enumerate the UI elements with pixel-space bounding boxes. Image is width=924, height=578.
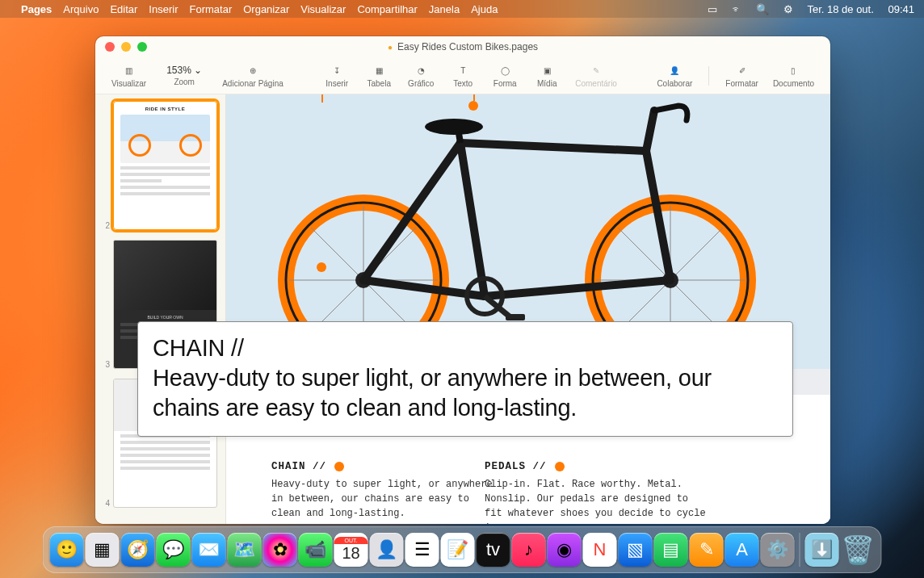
text-button[interactable]: T Texto	[444, 63, 481, 88]
comment-button[interactable]: ✎ Comentário	[570, 63, 622, 88]
page-thumbnails[interactable]: 2 RIDE IN STYLE 3 BUILD YOUR OWN	[95, 94, 226, 524]
dock-news[interactable]: N	[583, 533, 617, 567]
control-center-icon[interactable]: ⚙	[783, 3, 793, 15]
chart-button[interactable]: ◔ Gráfico	[402, 63, 439, 88]
overlay-title: CHAIN //	[153, 335, 244, 361]
table-button[interactable]: ▦ Tabela	[360, 63, 397, 88]
svg-line-26	[460, 143, 646, 151]
media-icon: ▣	[540, 63, 554, 77]
menu-formatar[interactable]: Formatar	[189, 3, 232, 15]
menu-compartilhar[interactable]: Compartilhar	[357, 3, 417, 15]
svg-line-24	[460, 143, 485, 296]
dock-trash[interactable]: 🗑️	[841, 533, 875, 567]
dock-calendar[interactable]: OUT. 18	[334, 533, 368, 567]
document-title: Easy Rides Custom Bikes.pages	[388, 41, 538, 52]
dock-messages[interactable]: 💬	[157, 533, 191, 567]
app-name[interactable]: Pages	[21, 3, 52, 15]
dock-numbers[interactable]: ▤	[654, 533, 688, 567]
chain-section: CHAIN // Heavy-duty to super light, or a…	[271, 461, 498, 521]
window-controls	[105, 42, 147, 52]
menu-inserir[interactable]: Inserir	[149, 3, 178, 15]
svg-point-29	[425, 119, 483, 135]
dock-facetime[interactable]: 📹	[299, 533, 333, 567]
battery-icon[interactable]: ▭	[708, 3, 717, 15]
zoom-button[interactable]	[137, 42, 147, 52]
toolbar: ▥ Visualizar 153% ⌄ Zoom ⊕ Adicionar Pág…	[95, 57, 830, 94]
dock-notes[interactable]: 📝	[441, 533, 475, 567]
chart-icon: ◔	[414, 63, 428, 77]
close-button[interactable]	[105, 42, 115, 52]
dock-downloads[interactable]: ⬇️	[805, 533, 839, 567]
dock-pages[interactable]: ✎	[690, 533, 724, 567]
insert-icon: ↧	[330, 63, 344, 77]
plus-icon: ⊕	[246, 63, 260, 77]
brush-icon: ✐	[735, 63, 750, 77]
menubar-date[interactable]: Ter. 18 de out.	[807, 3, 873, 15]
menu-visualizar[interactable]: Visualizar	[300, 3, 346, 15]
menubar-right: ▭ ᯤ 🔍 ⚙ Ter. 18 de out. 09:41	[696, 3, 914, 15]
spotlight-icon[interactable]: 🔍	[756, 3, 769, 15]
chain-body: Heavy-duty to super light, or anywhere i…	[271, 477, 498, 521]
hover-text-zoom: CHAIN // Heavy-duty to super light, or a…	[137, 321, 793, 437]
overlay-body: Heavy-duty to super light, or anywhere i…	[153, 365, 712, 421]
menu-janela[interactable]: Janela	[429, 3, 460, 15]
menu-editar[interactable]: Editar	[110, 3, 137, 15]
comment-icon: ✎	[589, 63, 603, 77]
dock-appstore[interactable]: A	[725, 533, 759, 567]
svg-line-13	[670, 228, 723, 280]
marker-icon	[555, 462, 565, 471]
dock-maps[interactable]: 🗺️	[228, 533, 262, 567]
collaborate-button[interactable]: 👤 Colaborar	[652, 63, 697, 88]
shape-icon: ◯	[498, 63, 512, 77]
wifi-icon[interactable]: ᯤ	[732, 3, 742, 15]
pages-window: Easy Rides Custom Bikes.pages ▥ Visualiz…	[95, 36, 830, 524]
dock-contacts[interactable]: 👤	[370, 533, 404, 567]
svg-line-11	[311, 228, 363, 280]
dock-keynote[interactable]: ▧	[619, 533, 653, 567]
dock-settings[interactable]: ⚙️	[761, 533, 795, 567]
shape-button[interactable]: ◯ Forma	[486, 63, 523, 88]
thumbnail-page-2[interactable]: 2 RIDE IN STYLE	[103, 101, 217, 230]
menu-ajuda[interactable]: Ajuda	[471, 3, 498, 15]
svg-line-30	[459, 133, 460, 143]
pedals-section: PEDALS // Clip-in. Flat. Race worthy. Me…	[485, 461, 711, 524]
menu-arquivo[interactable]: Arquivo	[63, 3, 99, 15]
document-icon: ▯	[786, 63, 800, 77]
view-button[interactable]: ▥ Visualizar	[107, 63, 151, 88]
dock: 🙂 ▦ 🧭 💬 ✉️ 🗺️ ✿ 📹 OUT. 18 👤 ☰ 📝 tv ♪ ◉ N…	[43, 526, 882, 573]
svg-line-28	[646, 111, 654, 151]
menubar: Pages Arquivo Editar Inserir Formatar Or…	[0, 0, 924, 18]
titlebar[interactable]: Easy Rides Custom Bikes.pages	[95, 36, 830, 57]
chain-title: CHAIN //	[271, 461, 326, 472]
add-page-button[interactable]: ⊕ Adicionar Página	[217, 63, 288, 88]
dock-safari[interactable]: 🧭	[121, 533, 155, 567]
sidebar-icon: ▥	[122, 63, 136, 77]
dock-mail[interactable]: ✉️	[192, 533, 226, 567]
dock-finder[interactable]: 🙂	[50, 533, 84, 567]
menu-organizar[interactable]: Organizar	[243, 3, 289, 15]
chevron-down-icon: ⌄	[194, 65, 202, 76]
format-button[interactable]: ✐ Formatar	[720, 63, 763, 88]
pedals-body: Clip-in. Flat. Race worthy. Metal. Nonsl…	[485, 477, 711, 524]
document-canvas[interactable]: CHAIN // Heavy-duty to super light, or a…	[226, 94, 830, 524]
pedals-title: PEDALS //	[485, 461, 547, 472]
dock-launchpad[interactable]: ▦	[86, 533, 120, 567]
menubar-time[interactable]: 09:41	[888, 3, 914, 15]
text-icon: T	[456, 63, 470, 77]
svg-rect-33	[506, 314, 525, 320]
marker-icon	[334, 462, 344, 471]
insert-button[interactable]: ↧ Inserir	[318, 63, 355, 88]
dock-podcasts[interactable]: ◉	[548, 533, 582, 567]
zoom-select[interactable]: 153% ⌄ Zoom	[156, 65, 212, 86]
media-button[interactable]: ▣ Mídia	[528, 63, 565, 88]
svg-line-27	[646, 151, 670, 280]
collaborate-icon: 👤	[667, 63, 682, 77]
dock-photos[interactable]: ✿	[263, 533, 297, 567]
table-icon: ▦	[372, 63, 386, 77]
minimize-button[interactable]	[121, 42, 131, 52]
dock-music[interactable]: ♪	[512, 533, 546, 567]
dock-reminders[interactable]: ☰	[405, 533, 439, 567]
document-button[interactable]: ▯ Documento	[768, 63, 819, 88]
svg-line-23	[485, 280, 670, 296]
dock-tv[interactable]: tv	[477, 533, 510, 567]
